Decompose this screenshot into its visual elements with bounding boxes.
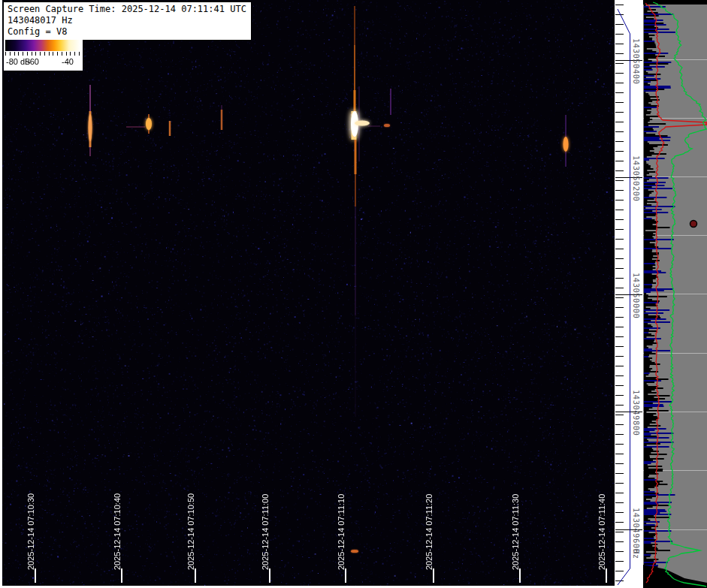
window-border-left	[0, 0, 2, 588]
time-axis-tick	[121, 568, 122, 583]
colormap-labels: -80 dB -60 -40	[4, 57, 83, 68]
time-axis-label: 2025-12-14 07:10:40	[113, 493, 122, 570]
legend-tick	[23, 52, 23, 56]
legend-label-mid: -60	[27, 57, 39, 66]
legend-tick	[66, 52, 67, 56]
frequency-axis-label: 143050000	[632, 273, 641, 318]
time-axis-tick	[433, 568, 434, 583]
spectrum-lab-window: 1430504001430502001430500001430498001430…	[0, 0, 707, 588]
time-axis-label: 2025-12-14 07:11:40	[597, 494, 607, 570]
legend-tick	[79, 52, 80, 56]
frequency-unit-label: Hz	[632, 549, 641, 559]
time-axis-label: 2025-12-14 07:11:00	[261, 494, 270, 570]
legend-tick	[10, 52, 11, 56]
time-axis-tick	[195, 568, 196, 583]
colormap-gradient	[5, 40, 80, 51]
legend-tick	[62, 52, 62, 56]
legend-tick	[5, 52, 6, 56]
time-axis-tick	[606, 568, 607, 583]
config-text: Config = V8	[8, 26, 246, 38]
frequency-axis-label: 143050200	[632, 155, 641, 201]
legend-tick	[74, 52, 75, 56]
legend-tick	[32, 52, 32, 56]
center-frequency-text: 143048017 Hz	[8, 15, 246, 26]
legend-tick	[49, 52, 50, 56]
spectrogram-waterfall	[2, 0, 615, 586]
time-axis-label: 2025-12-14 07:10:30	[26, 493, 36, 570]
frequency-axis-label: 143050400	[632, 38, 641, 84]
time-axis-label: 2025-12-14 07:11:30	[511, 494, 521, 570]
capture-info-box: Screen Capture Time: 2025-12-14 07:11:41…	[3, 2, 252, 41]
time-axis-tick	[519, 568, 521, 583]
colormap-ticks	[5, 52, 80, 56]
legend-tick	[40, 52, 41, 56]
legend-tick	[44, 52, 45, 56]
colormap-legend: -80 dB -60 -40	[4, 38, 83, 71]
time-axis-tick	[269, 568, 270, 583]
spectrum-side-panel	[643, 0, 707, 588]
legend-tick	[14, 52, 15, 56]
legend-tick	[27, 52, 28, 56]
time-axis-label: 2025-12-14 07:10:50	[186, 493, 196, 570]
capture-time-text: Screen Capture Time: 2025-12-14 07:11:41…	[8, 4, 246, 15]
legend-tick	[53, 52, 53, 56]
legend-tick	[35, 52, 36, 56]
frequency-axis-label: 143049600	[632, 508, 641, 553]
frequency-ruler: 1430504001430502001430500001430498001430…	[615, 0, 643, 588]
time-axis-tick	[345, 568, 346, 583]
time-axis-label: 2025-12-14 07:11:20	[425, 494, 434, 570]
time-axis-tick	[35, 568, 36, 583]
time-axis-label: 2025-12-14 07:11:10	[337, 494, 346, 570]
legend-tick	[70, 52, 71, 56]
legend-tick	[18, 52, 19, 56]
legend-label-max: -40	[62, 57, 74, 66]
legend-tick	[57, 52, 58, 56]
frequency-axis-label: 143049800	[632, 390, 641, 436]
